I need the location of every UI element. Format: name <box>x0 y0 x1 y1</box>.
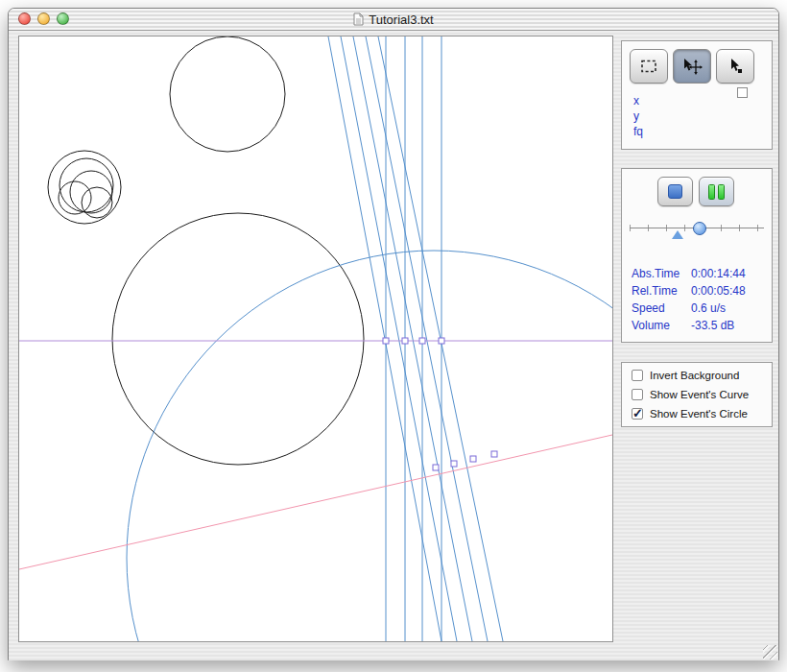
circle-shape[interactable] <box>48 151 121 224</box>
slider-position-marker <box>672 230 683 239</box>
move-cursor-icon <box>681 58 703 75</box>
canvas-svg <box>19 36 612 641</box>
arrow-cursor-icon <box>726 58 745 75</box>
stat-value: -33.5 dB <box>691 317 766 334</box>
line-shape[interactable] <box>19 435 612 569</box>
axis-label-y: y <box>633 108 643 124</box>
stat-value: 0:00:05:48 <box>691 282 766 300</box>
document-icon <box>353 12 364 26</box>
window-title: Tutorial3.txt <box>369 12 433 27</box>
circle-shape[interactable] <box>127 251 612 641</box>
checkbox-show-events-circle[interactable]: Show Event's Circle <box>632 407 748 420</box>
line-shape[interactable] <box>353 36 472 641</box>
stop-icon <box>668 184 682 199</box>
selection-handle[interactable] <box>439 338 444 344</box>
axis-label-x: x <box>633 93 643 108</box>
pause-icon <box>708 184 725 200</box>
options-panel: Invert Background Show Event's Curve Sho… <box>621 362 773 427</box>
stat-label: Rel.Time <box>632 282 691 300</box>
checkbox-invert-background[interactable]: Invert Background <box>632 369 739 382</box>
playback-stats: Abs.Time 0:00:14:44 Rel.Time 0:00:05:48 … <box>632 265 766 334</box>
rel-time-row: Rel.Time 0:00:05:48 <box>632 282 766 300</box>
transport-panel: Abs.Time 0:00:14:44 Rel.Time 0:00:05:48 … <box>621 168 773 343</box>
circle-shape[interactable] <box>60 158 113 212</box>
resize-grip[interactable] <box>763 645 777 660</box>
arrow-tool-button[interactable] <box>716 49 754 84</box>
stat-value: 0:00:14:44 <box>691 265 766 282</box>
checkbox-label: Show Event's Curve <box>650 389 749 400</box>
time-slider[interactable] <box>630 219 764 240</box>
stop-button[interactable] <box>657 177 693 206</box>
abs-time-row: Abs.Time 0:00:14:44 <box>632 265 766 282</box>
axis-labels: x y fq <box>633 93 643 139</box>
score-canvas[interactable] <box>18 36 613 642</box>
speed-row: Speed 0.6 u/s <box>632 300 766 317</box>
app-window: Tutorial3.txt <box>8 8 779 660</box>
circle-shape[interactable] <box>112 213 364 465</box>
stat-value: 0.6 u/s <box>691 300 766 317</box>
marquee-icon <box>639 58 658 75</box>
stat-label: Volume <box>632 317 691 334</box>
selection-handle[interactable] <box>383 338 389 344</box>
slider-thumb[interactable] <box>693 222 706 235</box>
selection-handle[interactable] <box>451 461 457 467</box>
selection-handle[interactable] <box>433 465 439 470</box>
volume-row: Volume -33.5 dB <box>632 317 766 334</box>
checkbox-show-events-curve[interactable]: Show Event's Curve <box>632 388 749 401</box>
tool-option-box[interactable] <box>737 87 748 98</box>
circle-shape[interactable] <box>70 171 112 213</box>
selection-handle[interactable] <box>470 456 476 462</box>
circle-shape[interactable] <box>170 36 285 152</box>
stat-label: Speed <box>632 300 691 317</box>
title-bar[interactable]: Tutorial3.txt <box>9 9 778 31</box>
checkbox-label: Invert Background <box>650 370 739 381</box>
title-area: Tutorial3.txt <box>9 9 778 30</box>
tools-panel: x y fq <box>621 40 773 150</box>
axis-label-fq: fq <box>633 124 643 139</box>
checkbox-box[interactable] <box>632 389 643 400</box>
selection-handle[interactable] <box>419 338 425 344</box>
selection-handle[interactable] <box>402 338 408 344</box>
checkbox-label: Show Event's Circle <box>650 408 748 420</box>
stat-label: Abs.Time <box>632 265 691 282</box>
checkbox-box[interactable] <box>632 370 643 381</box>
circle-shape[interactable] <box>82 187 112 218</box>
selection-handle[interactable] <box>491 451 497 457</box>
checkbox-box[interactable] <box>632 408 643 420</box>
window-content: x y fq Abs.Time 0:00:14:44 <box>9 31 778 660</box>
marquee-tool-button[interactable] <box>630 49 668 84</box>
move-tool-button[interactable] <box>673 49 711 84</box>
pause-button[interactable] <box>699 177 734 206</box>
